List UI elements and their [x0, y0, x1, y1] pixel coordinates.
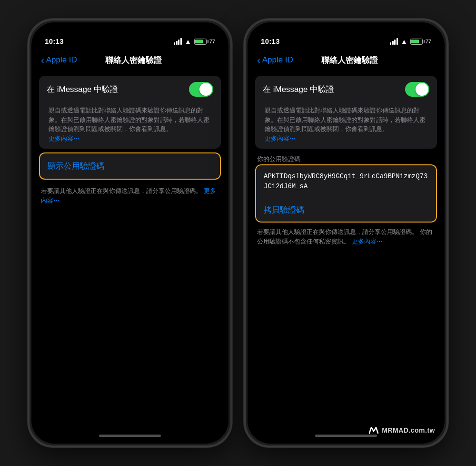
phone-frame-2: 10:13 ▲ 77 ‹: [244, 19, 448, 447]
status-time-1: 10:13: [45, 37, 64, 45]
chevron-left-icon-2: ‹: [257, 55, 260, 65]
public-key-value: APKTIDqslbyWRC8yH9GCq1t_9rLeCa9BPNizmzQ7…: [256, 165, 436, 198]
key-code-section: APKTIDqslbyWRC8yH9GCq1t_9rLeCa9BPNizmzQ7…: [255, 164, 437, 223]
wifi-icon-2: ▲: [401, 38, 407, 45]
bottom-note-text-1: 若要讓其他人驗證正在與你傳送訊息，請分享公用驗證碼。: [257, 228, 418, 235]
chevron-left-icon-1: ‹: [41, 55, 44, 65]
battery-body-2: [410, 39, 423, 45]
imessage-toggle-2[interactable]: [405, 82, 429, 97]
toggle-desc-text-1: 親自或透過電話比對聯絡人驗證碼來驗證你傳送訊息的對象。在與已啟用聯絡人密鑰驗證的…: [49, 107, 209, 132]
show-key-button-1[interactable]: 顯示公用驗證碼: [40, 153, 220, 179]
status-time-2: 10:13: [261, 37, 280, 45]
public-key-label-wrapper: 你的公用驗證碼: [248, 152, 445, 164]
screen-2: 10:13 ▲ 77 ‹: [248, 22, 445, 444]
phone-frame-1: 10:13 ▲ 77 ‹: [28, 19, 232, 447]
signal-bars-2: [390, 38, 398, 45]
toggle-description-2: 親自或透過電話比對聯絡人驗證碼來驗證你傳送訊息的對象。在與已啟用聯絡人密鑰驗證的…: [255, 103, 437, 149]
home-bar-1: [99, 435, 161, 437]
watermark: MRMAD.com.tw: [368, 426, 435, 434]
watermark-logo-icon: [368, 426, 379, 434]
home-indicator-1: [31, 427, 228, 444]
key-code-box: APKTIDqslbyWRC8yH9GCq1t_9rLeCa9BPNizmzQ7…: [255, 164, 437, 223]
wifi-icon-1: ▲: [185, 38, 191, 45]
imessage-toggle-1[interactable]: [189, 82, 213, 97]
imessage-toggle-section-1: 在 iMessage 中驗證 親自或透過電話比對聯絡人驗證碼來驗證你傳送訊息的對…: [39, 76, 221, 149]
dynamic-island-2: [317, 28, 375, 44]
status-icons-1: ▲ 77: [174, 38, 215, 45]
back-label-2: Apple ID: [262, 55, 293, 65]
watermark-text: MRMAD.com.tw: [382, 426, 435, 434]
nav-bar-1: ‹ Apple ID 聯絡人密鑰驗證: [31, 48, 228, 72]
copy-key-button[interactable]: 拷貝驗證碼: [256, 198, 436, 222]
more-link-2[interactable]: 更多內容⋯: [265, 135, 296, 142]
nav-title-2: 聯絡人密鑰驗證: [293, 55, 407, 66]
back-button-2[interactable]: ‹ Apple ID: [257, 55, 293, 65]
toggle-description-1: 親自或透過電話比對聯絡人驗證碼來驗證你傳送訊息的對象。在與已啟用聯絡人密鑰驗證的…: [39, 103, 221, 149]
back-label-1: Apple ID: [46, 55, 77, 65]
more-link-1[interactable]: 更多內容⋯: [49, 135, 79, 142]
battery-text-1: 77: [209, 39, 215, 44]
show-key-note-1: 若要讓其他人驗證正在與你傳送訊息，請分享公用驗證碼。 更多內容⋯: [31, 183, 228, 211]
imessage-toggle-row-1: 在 iMessage 中驗證: [39, 76, 221, 103]
toggle-knob-1: [199, 83, 212, 96]
dynamic-island-1: [101, 28, 159, 44]
show-key-note-text-1: 若要讓其他人驗證正在與你傳送訊息，請分享公用驗證碼。: [41, 187, 202, 194]
bottom-more-link[interactable]: 更多內容⋯: [352, 238, 383, 245]
content-2: 在 iMessage 中驗證 親自或透過電話比對聯絡人驗證碼來驗證你傳送訊息的對…: [248, 72, 445, 427]
phone-1: 10:13 ▲ 77 ‹: [28, 19, 232, 447]
status-icons-2: ▲ 77: [390, 38, 431, 45]
show-key-section-1[interactable]: 顯示公用驗證碼: [39, 152, 221, 180]
signal-bars-1: [174, 38, 182, 45]
screen-1: 10:13 ▲ 77 ‹: [31, 22, 228, 444]
home-bar-2: [315, 435, 377, 437]
battery-text-2: 77: [426, 39, 431, 44]
imessage-toggle-section-2: 在 iMessage 中驗證 親自或透過電話比對聯絡人驗證碼來驗證你傳送訊息的對…: [255, 76, 437, 149]
battery-fill-2: [411, 40, 419, 43]
battery-fill-1: [195, 40, 203, 43]
public-key-label: 你的公用驗證碼: [257, 155, 300, 162]
content-1: 在 iMessage 中驗證 親自或透過電話比對聯絡人驗證碼來驗證你傳送訊息的對…: [31, 72, 228, 427]
battery-1: 77: [194, 39, 215, 45]
toggle-knob-2: [416, 83, 428, 96]
nav-bar-2: ‹ Apple ID 聯絡人密鑰驗證: [248, 48, 445, 72]
battery-2: 77: [410, 39, 431, 45]
phone-2: 10:13 ▲ 77 ‹: [244, 19, 448, 447]
nav-title-1: 聯絡人密鑰驗證: [77, 55, 190, 66]
imessage-label-2: 在 iMessage 中驗證: [263, 84, 334, 95]
battery-body-1: [194, 39, 207, 45]
bottom-note: 若要讓其他人驗證正在與你傳送訊息，請分享公用驗證碼。 你的公用驗證碼不包含任何私…: [248, 224, 445, 252]
imessage-toggle-row-2: 在 iMessage 中驗證: [255, 76, 437, 103]
imessage-label-1: 在 iMessage 中驗證: [47, 84, 118, 95]
back-button-1[interactable]: ‹ Apple ID: [41, 55, 77, 65]
toggle-desc-text-2: 親自或透過電話比對聯絡人驗證碼來驗證你傳送訊息的對象。在與已啟用聯絡人密鑰驗證的…: [265, 107, 426, 132]
